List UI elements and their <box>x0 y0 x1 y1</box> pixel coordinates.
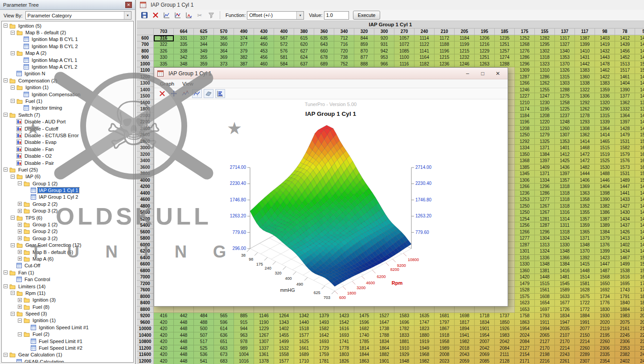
table-cell[interactable]: 1487 <box>595 268 615 274</box>
row-header[interactable]: 1200 <box>137 74 154 81</box>
tree-item[interactable]: Fan Control <box>2 276 133 282</box>
table-cell[interactable]: 1363 <box>575 190 595 197</box>
table-cell[interactable]: 1530 <box>595 164 615 171</box>
table-cell[interactable]: 1437 <box>615 222 635 229</box>
table-cell[interactable]: 2329 <box>635 339 644 345</box>
line-chart-icon[interactable] <box>162 11 172 20</box>
table-cell[interactable]: 2307 <box>575 358 595 364</box>
table-cell[interactable]: 1334 <box>535 177 555 184</box>
table-cell[interactable]: 1208 <box>515 126 535 132</box>
row-header[interactable]: 3400 <box>137 158 154 164</box>
table-cell[interactable]: 1390 <box>615 87 635 94</box>
table-cell[interactable] <box>274 307 294 313</box>
table-cell[interactable]: 1788 <box>374 332 394 339</box>
table-cell[interactable] <box>334 307 354 313</box>
table-cell[interactable]: 1260 <box>555 126 575 132</box>
row-header[interactable]: 5400 <box>137 222 154 229</box>
table-cell[interactable]: 1275 <box>555 93 575 100</box>
table-cell[interactable]: 1596 <box>354 319 374 326</box>
table-cell[interactable]: 1220 <box>535 119 555 126</box>
col-header[interactable]: 137 <box>555 29 575 35</box>
table-cell[interactable]: 1441 <box>615 190 635 197</box>
table-cell[interactable]: 1834 <box>374 339 394 345</box>
row-header[interactable]: 5800 <box>137 235 154 242</box>
col-header[interactable]: 240 <box>414 29 435 35</box>
table-cell[interactable]: 915 <box>234 319 254 326</box>
table-cell[interactable]: 1436 <box>555 164 575 171</box>
table-cell[interactable]: 1517 <box>615 67 635 74</box>
table-cell[interactable]: 484 <box>194 313 214 319</box>
table-cell[interactable]: 1747 <box>414 319 435 326</box>
table-cell[interactable]: 1397 <box>615 119 635 126</box>
table-cell[interactable]: 1867 <box>435 326 455 332</box>
table-cell[interactable]: 1345 <box>515 171 535 177</box>
table-cell[interactable]: 1793 <box>535 313 555 319</box>
table-cell[interactable]: 1287 <box>515 74 535 81</box>
table-cell[interactable]: 1493 <box>314 319 334 326</box>
table-cell[interactable]: 1631 <box>635 145 644 151</box>
table-cell[interactable]: 2243 <box>555 352 575 358</box>
table-cell[interactable]: 1364 <box>635 106 644 113</box>
table-cell[interactable]: 1881 <box>394 339 414 345</box>
trace-compare-icon[interactable] <box>192 89 202 98</box>
table-cell[interactable]: 1402 <box>635 113 644 119</box>
table-cell[interactable]: 1741 <box>334 339 354 345</box>
table-cell[interactable]: 1233 <box>535 126 555 132</box>
table-cell[interactable]: 1478 <box>595 61 615 68</box>
table-cell[interactable] <box>254 307 274 313</box>
table-cell[interactable]: 1635 <box>414 313 435 319</box>
table-cell[interactable]: 1693 <box>314 339 334 345</box>
table-cell[interactable]: 635 <box>314 35 334 42</box>
maximize-button[interactable]: □ <box>476 69 489 78</box>
table-cell[interactable]: 2018 <box>455 345 475 352</box>
table-cell[interactable]: 1589 <box>555 287 575 294</box>
tree-item[interactable]: Injector timing <box>2 105 133 111</box>
expand-icon[interactable]: + <box>18 257 22 261</box>
row-header[interactable]: 6600 <box>137 261 154 268</box>
table-cell[interactable]: 1362 <box>575 132 595 139</box>
table-cell[interactable]: 1693 <box>334 332 354 339</box>
table-cell[interactable]: 1384 <box>535 151 555 158</box>
table-cell[interactable]: 1582 <box>314 326 334 332</box>
table-cell[interactable]: 1558 <box>274 352 294 358</box>
table-cell[interactable]: 1947 <box>555 319 575 326</box>
table-cell[interactable]: 844 <box>354 35 374 42</box>
table-cell[interactable] <box>174 307 194 313</box>
table-cell[interactable]: 1577 <box>274 358 294 364</box>
table-cell[interactable]: 1368 <box>515 158 535 164</box>
table-cell[interactable]: 453 <box>254 48 274 55</box>
table-cell[interactable]: 1568 <box>595 274 615 281</box>
table-cell[interactable]: 1423 <box>334 313 354 319</box>
table-cell[interactable]: 1352 <box>575 203 595 210</box>
table-cell[interactable]: 1472 <box>575 158 595 164</box>
table-cell[interactable]: 1286 <box>535 190 555 197</box>
table-cell[interactable]: 2245 <box>615 332 635 339</box>
table-cell[interactable]: 1362 <box>615 100 635 106</box>
tree-item[interactable]: Disable - Pair <box>2 160 133 166</box>
table-cell[interactable]: 382 <box>234 54 254 61</box>
table-cell[interactable]: 1414 <box>635 87 644 94</box>
table-cell[interactable]: 1286 <box>515 54 535 61</box>
col-header[interactable]: 210 <box>435 29 455 35</box>
row-header[interactable]: 6200 <box>137 248 154 255</box>
table-cell[interactable]: 1461 <box>615 74 635 81</box>
table-cell[interactable]: 1430 <box>615 209 635 216</box>
col-header[interactable]: 570 <box>214 29 234 35</box>
table-cell[interactable]: 627 <box>294 48 314 55</box>
row-header[interactable]: 1500 <box>137 93 154 100</box>
table-cell[interactable]: 2008 <box>635 313 644 319</box>
table-cell[interactable]: 1547 <box>635 261 644 268</box>
table-cell[interactable]: 1633 <box>635 151 644 158</box>
surface-plot[interactable]: TunerPro - Version 5.00IAP Group 1 Cyl 1… <box>154 99 508 306</box>
table-cell[interactable]: 1379 <box>595 235 615 242</box>
collapse-icon[interactable]: − <box>11 31 15 35</box>
table-cell[interactable]: 1737 <box>495 313 515 319</box>
table-cell[interactable]: 1263 <box>475 61 495 68</box>
table-cell[interactable]: 1250 <box>515 203 535 210</box>
table-cell[interactable]: 1499 <box>274 339 294 345</box>
col-header[interactable]: 430 <box>254 29 274 35</box>
table-cell[interactable]: 2260 <box>595 339 615 345</box>
table-cell[interactable]: 1422 <box>595 74 615 81</box>
collapse-icon[interactable]: − <box>4 284 8 288</box>
table-cell[interactable]: 1538 <box>615 268 635 274</box>
